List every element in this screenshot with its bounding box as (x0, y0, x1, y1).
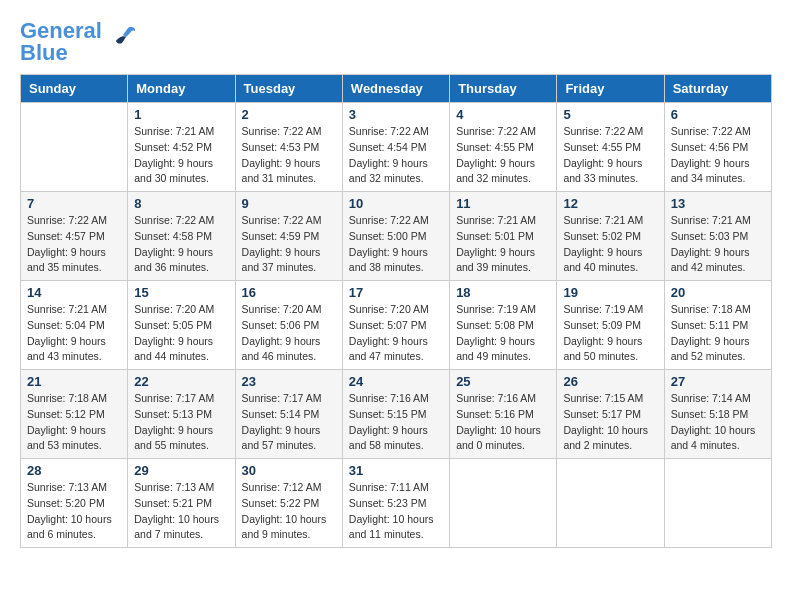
col-header-monday: Monday (128, 75, 235, 103)
calendar-week-row: 14Sunrise: 7:21 AMSunset: 5:04 PMDayligh… (21, 281, 772, 370)
day-info: Sunrise: 7:20 AMSunset: 5:06 PMDaylight:… (242, 302, 336, 365)
day-number: 11 (456, 196, 550, 211)
day-info: Sunrise: 7:22 AMSunset: 4:56 PMDaylight:… (671, 124, 765, 187)
day-number: 5 (563, 107, 657, 122)
day-number: 25 (456, 374, 550, 389)
calendar-cell: 13Sunrise: 7:21 AMSunset: 5:03 PMDayligh… (664, 192, 771, 281)
day-info: Sunrise: 7:20 AMSunset: 5:07 PMDaylight:… (349, 302, 443, 365)
day-number: 26 (563, 374, 657, 389)
calendar-cell: 21Sunrise: 7:18 AMSunset: 5:12 PMDayligh… (21, 370, 128, 459)
day-info: Sunrise: 7:22 AMSunset: 4:55 PMDaylight:… (456, 124, 550, 187)
day-number: 17 (349, 285, 443, 300)
day-info: Sunrise: 7:22 AMSunset: 4:57 PMDaylight:… (27, 213, 121, 276)
calendar-cell: 27Sunrise: 7:14 AMSunset: 5:18 PMDayligh… (664, 370, 771, 459)
col-header-thursday: Thursday (450, 75, 557, 103)
calendar-cell: 30Sunrise: 7:12 AMSunset: 5:22 PMDayligh… (235, 459, 342, 548)
logo-bird-icon (108, 23, 138, 57)
day-info: Sunrise: 7:13 AMSunset: 5:21 PMDaylight:… (134, 480, 228, 543)
day-info: Sunrise: 7:21 AMSunset: 5:04 PMDaylight:… (27, 302, 121, 365)
calendar-cell: 29Sunrise: 7:13 AMSunset: 5:21 PMDayligh… (128, 459, 235, 548)
calendar-cell (557, 459, 664, 548)
col-header-wednesday: Wednesday (342, 75, 449, 103)
day-number: 30 (242, 463, 336, 478)
calendar-cell: 18Sunrise: 7:19 AMSunset: 5:08 PMDayligh… (450, 281, 557, 370)
day-number: 10 (349, 196, 443, 211)
day-info: Sunrise: 7:14 AMSunset: 5:18 PMDaylight:… (671, 391, 765, 454)
calendar-week-row: 21Sunrise: 7:18 AMSunset: 5:12 PMDayligh… (21, 370, 772, 459)
calendar-cell: 17Sunrise: 7:20 AMSunset: 5:07 PMDayligh… (342, 281, 449, 370)
day-info: Sunrise: 7:16 AMSunset: 5:15 PMDaylight:… (349, 391, 443, 454)
calendar-cell: 25Sunrise: 7:16 AMSunset: 5:16 PMDayligh… (450, 370, 557, 459)
day-number: 19 (563, 285, 657, 300)
day-info: Sunrise: 7:22 AMSunset: 5:00 PMDaylight:… (349, 213, 443, 276)
day-info: Sunrise: 7:21 AMSunset: 5:03 PMDaylight:… (671, 213, 765, 276)
day-info: Sunrise: 7:17 AMSunset: 5:13 PMDaylight:… (134, 391, 228, 454)
day-number: 27 (671, 374, 765, 389)
col-header-tuesday: Tuesday (235, 75, 342, 103)
calendar-cell: 28Sunrise: 7:13 AMSunset: 5:20 PMDayligh… (21, 459, 128, 548)
day-info: Sunrise: 7:13 AMSunset: 5:20 PMDaylight:… (27, 480, 121, 543)
day-number: 4 (456, 107, 550, 122)
calendar-cell: 23Sunrise: 7:17 AMSunset: 5:14 PMDayligh… (235, 370, 342, 459)
day-number: 23 (242, 374, 336, 389)
col-header-friday: Friday (557, 75, 664, 103)
calendar-cell: 31Sunrise: 7:11 AMSunset: 5:23 PMDayligh… (342, 459, 449, 548)
day-number: 29 (134, 463, 228, 478)
day-number: 14 (27, 285, 121, 300)
day-number: 20 (671, 285, 765, 300)
calendar-cell: 4Sunrise: 7:22 AMSunset: 4:55 PMDaylight… (450, 103, 557, 192)
calendar-cell: 1Sunrise: 7:21 AMSunset: 4:52 PMDaylight… (128, 103, 235, 192)
day-info: Sunrise: 7:19 AMSunset: 5:09 PMDaylight:… (563, 302, 657, 365)
day-info: Sunrise: 7:16 AMSunset: 5:16 PMDaylight:… (456, 391, 550, 454)
day-number: 21 (27, 374, 121, 389)
day-info: Sunrise: 7:22 AMSunset: 4:59 PMDaylight:… (242, 213, 336, 276)
calendar-cell: 6Sunrise: 7:22 AMSunset: 4:56 PMDaylight… (664, 103, 771, 192)
calendar-header-row: SundayMondayTuesdayWednesdayThursdayFrid… (21, 75, 772, 103)
calendar-week-row: 1Sunrise: 7:21 AMSunset: 4:52 PMDaylight… (21, 103, 772, 192)
calendar-table: SundayMondayTuesdayWednesdayThursdayFrid… (20, 74, 772, 548)
day-number: 28 (27, 463, 121, 478)
day-number: 6 (671, 107, 765, 122)
logo-text: General (20, 20, 102, 42)
day-info: Sunrise: 7:22 AMSunset: 4:54 PMDaylight:… (349, 124, 443, 187)
day-info: Sunrise: 7:22 AMSunset: 4:58 PMDaylight:… (134, 213, 228, 276)
calendar-cell: 5Sunrise: 7:22 AMSunset: 4:55 PMDaylight… (557, 103, 664, 192)
calendar-cell: 24Sunrise: 7:16 AMSunset: 5:15 PMDayligh… (342, 370, 449, 459)
calendar-cell: 14Sunrise: 7:21 AMSunset: 5:04 PMDayligh… (21, 281, 128, 370)
day-number: 15 (134, 285, 228, 300)
day-info: Sunrise: 7:12 AMSunset: 5:22 PMDaylight:… (242, 480, 336, 543)
col-header-sunday: Sunday (21, 75, 128, 103)
calendar-cell: 2Sunrise: 7:22 AMSunset: 4:53 PMDaylight… (235, 103, 342, 192)
day-number: 8 (134, 196, 228, 211)
day-number: 3 (349, 107, 443, 122)
day-number: 13 (671, 196, 765, 211)
day-number: 1 (134, 107, 228, 122)
day-info: Sunrise: 7:21 AMSunset: 5:01 PMDaylight:… (456, 213, 550, 276)
day-info: Sunrise: 7:22 AMSunset: 4:53 PMDaylight:… (242, 124, 336, 187)
calendar-cell: 22Sunrise: 7:17 AMSunset: 5:13 PMDayligh… (128, 370, 235, 459)
day-number: 18 (456, 285, 550, 300)
calendar-cell: 9Sunrise: 7:22 AMSunset: 4:59 PMDaylight… (235, 192, 342, 281)
calendar-cell: 7Sunrise: 7:22 AMSunset: 4:57 PMDaylight… (21, 192, 128, 281)
calendar-cell: 11Sunrise: 7:21 AMSunset: 5:01 PMDayligh… (450, 192, 557, 281)
page-header: General Blue (20, 20, 772, 64)
day-info: Sunrise: 7:15 AMSunset: 5:17 PMDaylight:… (563, 391, 657, 454)
calendar-cell: 10Sunrise: 7:22 AMSunset: 5:00 PMDayligh… (342, 192, 449, 281)
calendar-cell: 15Sunrise: 7:20 AMSunset: 5:05 PMDayligh… (128, 281, 235, 370)
logo: General Blue (20, 20, 138, 64)
day-number: 16 (242, 285, 336, 300)
calendar-cell: 12Sunrise: 7:21 AMSunset: 5:02 PMDayligh… (557, 192, 664, 281)
day-number: 22 (134, 374, 228, 389)
day-info: Sunrise: 7:22 AMSunset: 4:55 PMDaylight:… (563, 124, 657, 187)
calendar-cell: 26Sunrise: 7:15 AMSunset: 5:17 PMDayligh… (557, 370, 664, 459)
day-number: 7 (27, 196, 121, 211)
day-info: Sunrise: 7:19 AMSunset: 5:08 PMDaylight:… (456, 302, 550, 365)
day-number: 24 (349, 374, 443, 389)
day-info: Sunrise: 7:21 AMSunset: 4:52 PMDaylight:… (134, 124, 228, 187)
day-info: Sunrise: 7:17 AMSunset: 5:14 PMDaylight:… (242, 391, 336, 454)
day-number: 31 (349, 463, 443, 478)
day-number: 9 (242, 196, 336, 211)
day-info: Sunrise: 7:21 AMSunset: 5:02 PMDaylight:… (563, 213, 657, 276)
calendar-cell: 8Sunrise: 7:22 AMSunset: 4:58 PMDaylight… (128, 192, 235, 281)
day-info: Sunrise: 7:18 AMSunset: 5:11 PMDaylight:… (671, 302, 765, 365)
